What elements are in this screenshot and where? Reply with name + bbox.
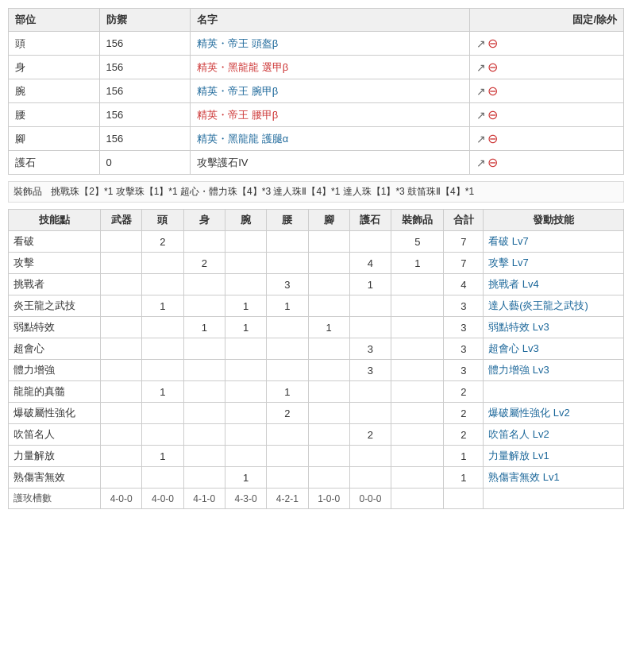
slot-val xyxy=(484,489,624,509)
equipment-row: 護石0攻擊護石IV↗⊖ xyxy=(9,151,624,175)
skill-row: 弱點特效1113弱點特效 Lv3 xyxy=(9,317,624,338)
stone-val xyxy=(349,381,391,403)
pin-icon[interactable]: ↗ xyxy=(476,156,486,169)
skill-row: 挑戰者314挑戰者 Lv4 xyxy=(9,274,624,295)
body-val: 2 xyxy=(183,253,225,274)
stone-val: 3 xyxy=(349,338,391,360)
pin-cell[interactable]: ↗⊖ xyxy=(470,127,624,151)
effect-val: 超會心 Lv3 xyxy=(484,338,624,360)
slot-val: 1-0-0 xyxy=(308,489,349,509)
total-val: 2 xyxy=(444,381,484,403)
equipment-row: 頭156精英・帝王 頭盔β↗⊖ xyxy=(9,32,624,56)
name-cell[interactable]: 精英・黑龍龍 選甲β xyxy=(191,56,470,79)
pin-cell[interactable]: ↗⊖ xyxy=(470,32,624,56)
name-cell[interactable]: 攻擊護石IV xyxy=(191,151,470,175)
weapon-val xyxy=(101,253,142,274)
slot-val xyxy=(444,489,484,509)
skill-row: 力量解放11力量解放 Lv1 xyxy=(9,446,624,467)
skill-col-header: 武器 xyxy=(101,210,142,231)
head-val xyxy=(142,253,183,274)
total-val: 2 xyxy=(444,424,484,446)
name-cell[interactable]: 精英・黑龍龍 護腿α xyxy=(191,127,470,151)
def-cell: 0 xyxy=(99,151,191,175)
head-val xyxy=(142,467,183,489)
leg-val xyxy=(308,231,349,253)
head-val xyxy=(142,317,183,338)
total-val: 1 xyxy=(444,446,484,467)
deco-val xyxy=(391,381,444,403)
equipment-link[interactable]: 精英・黑龍龍 選甲β xyxy=(197,61,288,73)
pin-cell[interactable]: ↗⊖ xyxy=(470,79,624,103)
equipment-row: 腳156精英・黑龍龍 護腿α↗⊖ xyxy=(9,127,624,151)
head-val: 2 xyxy=(142,231,183,253)
skill-name: 爆破屬性強化 xyxy=(9,403,101,424)
arm-val xyxy=(225,424,266,446)
def-cell: 156 xyxy=(99,79,191,103)
name-cell[interactable]: 精英・帝王 腕甲β xyxy=(191,79,470,103)
stone-val xyxy=(349,467,391,489)
deco-val xyxy=(391,467,444,489)
head-val xyxy=(142,274,183,295)
slot-val: 4-0-0 xyxy=(101,489,142,509)
leg-val xyxy=(308,253,349,274)
pin-cell[interactable]: ↗⊖ xyxy=(470,56,624,79)
arm-val xyxy=(225,231,266,253)
col-def: 防禦 xyxy=(99,9,191,32)
effect-val: 弱點特效 Lv3 xyxy=(484,317,624,338)
col-name: 名字 xyxy=(191,9,470,32)
head-val xyxy=(142,424,183,446)
skill-row: 超會心33超會心 Lv3 xyxy=(9,338,624,360)
skill-name: 力量解放 xyxy=(9,446,101,467)
remove-icon[interactable]: ⊖ xyxy=(487,84,498,98)
waist-val: 1 xyxy=(267,295,308,317)
weapon-val xyxy=(101,403,142,424)
equipment-link[interactable]: 精英・帝王 頭盔β xyxy=(197,37,278,49)
weapon-val xyxy=(101,338,142,360)
skill-col-header: 腳 xyxy=(308,210,349,231)
waist-val xyxy=(267,253,308,274)
def-cell: 156 xyxy=(99,56,191,79)
pin-icon[interactable]: ↗ xyxy=(476,133,486,145)
skill-name: 超會心 xyxy=(9,338,101,360)
waist-val xyxy=(267,360,308,381)
slot-cell: 護石 xyxy=(9,151,100,175)
pin-icon[interactable]: ↗ xyxy=(476,37,486,50)
weapon-val xyxy=(101,317,142,338)
remove-icon[interactable]: ⊖ xyxy=(487,156,498,169)
deco-val xyxy=(391,274,444,295)
pin-cell[interactable]: ↗⊖ xyxy=(470,151,624,175)
slot-val: 4-1-0 xyxy=(183,489,225,509)
name-cell[interactable]: 精英・帝王 頭盔β xyxy=(191,32,470,56)
weapon-val xyxy=(101,467,142,489)
skill-row: 吹笛名人22吹笛名人 Lv2 xyxy=(9,424,624,446)
equipment-row: 身156精英・黑龍龍 選甲β↗⊖ xyxy=(9,56,624,79)
slot-cell: 身 xyxy=(9,56,100,79)
remove-icon[interactable]: ⊖ xyxy=(487,108,498,122)
waist-val xyxy=(267,231,308,253)
leg-val xyxy=(308,295,349,317)
skill-row: 龍龍的真髓112 xyxy=(9,381,624,403)
weapon-val xyxy=(101,446,142,467)
total-val: 4 xyxy=(444,274,484,295)
stone-val: 3 xyxy=(349,360,391,381)
arm-val: 1 xyxy=(225,467,266,489)
pin-icon[interactable]: ↗ xyxy=(476,109,486,122)
body-val xyxy=(183,403,225,424)
total-val: 3 xyxy=(444,360,484,381)
arm-val xyxy=(225,446,266,467)
skill-col-header: 頭 xyxy=(142,210,183,231)
remove-icon[interactable]: ⊖ xyxy=(487,37,498,50)
name-cell[interactable]: 精英・帝王 腰甲β xyxy=(191,103,470,127)
effect-val xyxy=(484,381,624,403)
equipment-link[interactable]: 精英・黑龍龍 護腿α xyxy=(197,133,288,145)
remove-icon[interactable]: ⊖ xyxy=(487,60,498,74)
equipment-link[interactable]: 精英・帝王 腕甲β xyxy=(197,85,278,97)
decoration-label: 裝飾品 xyxy=(13,186,42,197)
remove-icon[interactable]: ⊖ xyxy=(487,132,498,145)
pin-icon[interactable]: ↗ xyxy=(476,61,486,74)
equipment-link[interactable]: 精英・帝王 腰甲β xyxy=(197,109,278,121)
leg-val xyxy=(308,446,349,467)
leg-val xyxy=(308,360,349,381)
pin-cell[interactable]: ↗⊖ xyxy=(470,103,624,127)
pin-icon[interactable]: ↗ xyxy=(476,85,486,98)
